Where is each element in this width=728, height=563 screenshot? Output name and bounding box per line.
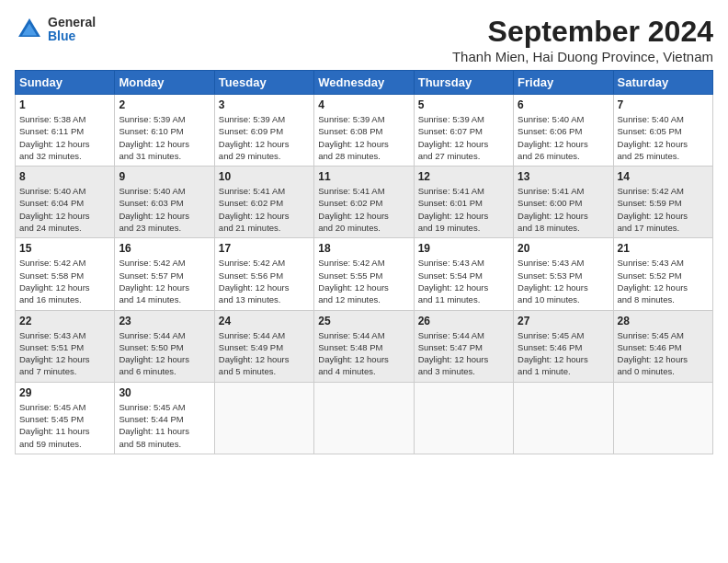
day-info: Sunrise: 5:39 AM (418, 113, 509, 125)
calendar-cell: 8Sunrise: 5:40 AMSunset: 6:04 PMDaylight… (16, 167, 115, 238)
calendar-cell: 1Sunrise: 5:38 AMSunset: 6:11 PMDaylight… (16, 95, 115, 167)
day-info: Sunset: 6:01 PM (418, 197, 509, 209)
day-info: Sunrise: 5:40 AM (19, 185, 110, 197)
day-info: Daylight: 12 hours (518, 210, 609, 222)
day-number: 22 (19, 315, 110, 327)
header-row: SundayMondayTuesdayWednesdayThursdayFrid… (16, 71, 713, 95)
day-number: 27 (518, 315, 609, 327)
day-info: and 6 minutes. (119, 365, 210, 377)
header-sunday: Sunday (16, 71, 115, 95)
day-info: Daylight: 11 hours (119, 425, 210, 437)
calendar-cell: 12Sunrise: 5:41 AMSunset: 6:01 PMDayligh… (414, 167, 513, 238)
day-info: Sunset: 5:49 PM (219, 341, 310, 353)
day-number: 6 (518, 98, 609, 111)
month-title: September 2024 (452, 15, 713, 49)
day-info: Daylight: 12 hours (219, 353, 310, 365)
page-header: General Blue September 2024 Thanh Mien, … (15, 15, 713, 64)
day-info: Sunrise: 5:43 AM (618, 257, 709, 269)
day-info: and 14 minutes. (119, 293, 210, 305)
logo-icon (15, 15, 44, 44)
day-number: 21 (618, 242, 709, 255)
day-info: Daylight: 12 hours (618, 282, 709, 293)
day-info: Daylight: 12 hours (19, 353, 110, 365)
day-number: 30 (119, 386, 210, 399)
day-info: Sunset: 6:05 PM (618, 125, 709, 137)
calendar-cell (613, 382, 712, 454)
day-info: and 23 minutes. (119, 222, 210, 234)
day-info: Daylight: 12 hours (418, 353, 509, 365)
day-info: Sunset: 6:02 PM (318, 197, 409, 209)
day-info: Sunrise: 5:41 AM (219, 185, 310, 197)
calendar-cell: 20Sunrise: 5:43 AMSunset: 5:53 PMDayligh… (514, 238, 613, 310)
day-info: and 1 minute. (518, 365, 609, 377)
header-thursday: Thursday (414, 71, 513, 95)
calendar-cell: 30Sunrise: 5:45 AMSunset: 5:44 PMDayligh… (115, 382, 214, 454)
day-number: 19 (418, 242, 509, 255)
day-info: Daylight: 12 hours (19, 138, 110, 150)
calendar-cell: 26Sunrise: 5:44 AMSunset: 5:47 PMDayligh… (414, 310, 513, 382)
day-info: Sunrise: 5:41 AM (518, 185, 609, 197)
day-info: Sunset: 5:57 PM (119, 270, 210, 282)
logo-text: General Blue (48, 16, 96, 44)
header-monday: Monday (115, 71, 214, 95)
calendar-cell: 27Sunrise: 5:45 AMSunset: 5:46 PMDayligh… (514, 310, 613, 382)
calendar-cell: 22Sunrise: 5:43 AMSunset: 5:51 PMDayligh… (16, 310, 115, 382)
day-info: and 7 minutes. (19, 365, 110, 377)
day-info: Sunrise: 5:41 AM (418, 185, 509, 197)
day-info: Daylight: 12 hours (119, 210, 210, 222)
day-info: Sunrise: 5:39 AM (119, 113, 210, 125)
day-info: Daylight: 12 hours (418, 138, 509, 150)
calendar-cell: 23Sunrise: 5:44 AMSunset: 5:50 PMDayligh… (115, 310, 214, 382)
day-info: Sunset: 5:44 PM (119, 413, 210, 425)
day-info: and 10 minutes. (518, 293, 609, 305)
calendar-cell: 28Sunrise: 5:45 AMSunset: 5:46 PMDayligh… (613, 310, 712, 382)
day-info: Sunrise: 5:44 AM (318, 329, 409, 341)
day-info: Sunset: 6:06 PM (518, 125, 609, 137)
day-info: and 25 minutes. (618, 150, 709, 162)
day-info: Sunset: 5:54 PM (418, 270, 509, 282)
day-info: and 18 minutes. (518, 222, 609, 234)
week-row-2: 8Sunrise: 5:40 AMSunset: 6:04 PMDaylight… (16, 167, 713, 238)
calendar-cell: 19Sunrise: 5:43 AMSunset: 5:54 PMDayligh… (414, 238, 513, 310)
day-info: Daylight: 12 hours (318, 138, 409, 150)
logo-general: General (48, 16, 96, 29)
logo-blue: Blue (48, 29, 96, 43)
day-info: and 17 minutes. (618, 222, 709, 234)
day-info: and 11 minutes. (418, 293, 509, 305)
day-info: Sunrise: 5:42 AM (318, 257, 409, 269)
day-info: Sunset: 5:51 PM (19, 341, 110, 353)
week-row-1: 1Sunrise: 5:38 AMSunset: 6:11 PMDaylight… (16, 95, 713, 167)
day-info: Daylight: 12 hours (219, 210, 310, 222)
header-saturday: Saturday (613, 71, 712, 95)
day-info: Sunrise: 5:45 AM (518, 329, 609, 341)
calendar-cell: 29Sunrise: 5:45 AMSunset: 5:45 PMDayligh… (16, 382, 115, 454)
day-number: 4 (318, 98, 409, 111)
day-info: Sunrise: 5:44 AM (418, 329, 509, 341)
day-number: 10 (219, 170, 310, 183)
day-info: Sunrise: 5:45 AM (119, 401, 210, 413)
day-info: Sunset: 6:11 PM (19, 125, 110, 137)
day-number: 11 (318, 170, 409, 183)
day-info: and 4 minutes. (318, 365, 409, 377)
day-info: Sunrise: 5:42 AM (119, 257, 210, 269)
day-info: Sunrise: 5:45 AM (19, 401, 110, 413)
day-number: 5 (418, 98, 509, 111)
day-info: Sunset: 5:59 PM (618, 197, 709, 209)
day-number: 28 (618, 315, 709, 327)
day-info: Sunset: 5:52 PM (618, 270, 709, 282)
day-info: Sunrise: 5:43 AM (418, 257, 509, 269)
day-info: and 32 minutes. (19, 150, 110, 162)
day-number: 9 (119, 170, 210, 183)
day-number: 13 (518, 170, 609, 183)
day-info: Sunset: 6:03 PM (119, 197, 210, 209)
calendar-cell: 24Sunrise: 5:44 AMSunset: 5:49 PMDayligh… (214, 310, 313, 382)
calendar-cell: 16Sunrise: 5:42 AMSunset: 5:57 PMDayligh… (115, 238, 214, 310)
day-info: Sunset: 5:56 PM (219, 270, 310, 282)
day-info: and 8 minutes. (618, 293, 709, 305)
header-tuesday: Tuesday (214, 71, 313, 95)
day-info: Sunrise: 5:44 AM (219, 329, 310, 341)
calendar-cell: 13Sunrise: 5:41 AMSunset: 6:00 PMDayligh… (514, 167, 613, 238)
location-title: Thanh Mien, Hai Duong Province, Vietnam (452, 49, 713, 64)
day-info: Sunset: 6:04 PM (19, 197, 110, 209)
day-info: Daylight: 12 hours (618, 210, 709, 222)
